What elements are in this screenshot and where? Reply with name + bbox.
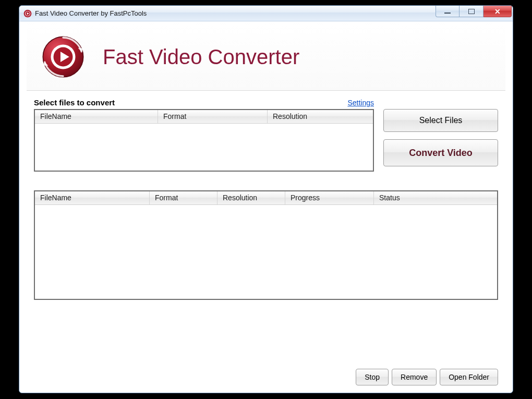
close-icon: ✕ [494,7,501,16]
output-file-list[interactable]: FileName Format Resolution Progress Stat… [34,190,498,300]
col-out-filename[interactable]: FileName [35,191,150,204]
page-title: Fast Video Converter [103,45,299,69]
window-controls: ✕ [436,6,513,17]
app-window: Fast Video Converter by FastPcTools ✕ [19,5,513,393]
input-file-list[interactable]: FileName Format Resolution [34,109,374,172]
select-files-button[interactable]: Select Files [383,109,498,132]
input-section: Select files to convert Settings FileNam… [19,91,513,172]
stop-button[interactable]: Stop [356,369,389,385]
input-list-header: FileName Format Resolution [35,110,373,124]
settings-link[interactable]: Settings [347,99,374,107]
window-title: Fast Video Converter by FastPcTools [35,9,147,17]
col-filename[interactable]: FileName [35,110,158,123]
maximize-button[interactable] [460,6,483,17]
title-bar[interactable]: Fast Video Converter by FastPcTools ✕ [19,6,513,21]
minimize-icon [444,9,451,14]
output-list-header: FileName Format Resolution Progress Stat… [35,191,497,205]
app-icon [23,9,32,18]
convert-video-button[interactable]: Convert Video [383,139,498,166]
col-out-resolution[interactable]: Resolution [217,191,285,204]
close-button[interactable]: ✕ [483,6,512,17]
input-row: FileName Format Resolution Select Files … [34,109,498,172]
col-resolution[interactable]: Resolution [268,110,373,123]
col-out-status[interactable]: Status [374,191,497,204]
col-out-format[interactable]: Format [150,191,217,204]
footer-buttons: Stop Remove Open Folder [356,369,498,385]
minimize-button[interactable] [436,6,460,17]
remove-button[interactable]: Remove [392,369,437,385]
side-buttons: Select Files Convert Video [383,109,498,172]
col-format[interactable]: Format [158,110,268,123]
input-section-label: Select files to convert [34,98,115,107]
open-folder-button[interactable]: Open Folder [440,369,498,385]
input-section-head: Select files to convert Settings [34,98,498,107]
app-header: Fast Video Converter [27,21,505,91]
app-logo-icon [41,35,85,79]
client-area: Fast Video Converter Select files to con… [19,21,513,300]
col-out-progress[interactable]: Progress [285,191,374,204]
maximize-icon [468,9,475,14]
output-section: FileName Format Resolution Progress Stat… [19,172,513,300]
